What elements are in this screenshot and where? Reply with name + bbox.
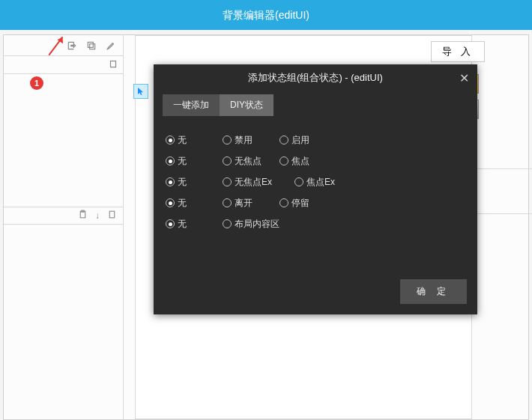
page-icon[interactable] (107, 210, 117, 222)
radio-none-1[interactable]: 无 (166, 155, 223, 168)
radio-enabled[interactable]: 启用 (279, 134, 336, 147)
add-state-group-dialog: 添加状态组(组合状态) - (editUI) ✕ 一键添加 DIY状态 无 禁用… (154, 64, 477, 314)
import-button[interactable]: 导 入 (431, 41, 485, 62)
radio-row-1: 无 无焦点 焦点 (166, 150, 465, 171)
svg-rect-1 (88, 42, 93, 47)
radio-none-2[interactable]: 无 (166, 176, 223, 189)
close-icon[interactable]: ✕ (456, 70, 471, 85)
dialog-footer: 确 定 (154, 272, 477, 314)
radio-none-0[interactable]: 无 (166, 134, 223, 147)
brush-icon[interactable] (105, 40, 117, 52)
radio-nofocus-ex[interactable]: 无焦点Ex (223, 176, 294, 189)
radio-layout-content[interactable]: 布局内容区 (223, 218, 294, 231)
dialog-title-bar: 添加状态组(组合状态) - (editUI) ✕ (154, 64, 477, 91)
svg-rect-5 (109, 211, 115, 218)
left-toolbar-2 (4, 56, 123, 74)
annotation-badge-1: 1 (30, 76, 43, 90)
radio-leave[interactable]: 离开 (223, 197, 279, 210)
dialog-tabs: 一键添加 DIY状态 (154, 91, 477, 116)
tab-onekey[interactable]: 一键添加 (163, 94, 220, 116)
ok-button[interactable]: 确 定 (400, 279, 467, 304)
radio-row-4: 无 布局内容区 (166, 213, 465, 234)
arrow-down-icon[interactable]: ↓ (95, 210, 100, 221)
radio-focus-ex[interactable]: 焦点Ex (294, 176, 351, 189)
left-panel: ↓ (4, 35, 124, 419)
cursor-tool-indicator[interactable] (133, 84, 148, 99)
copy-icon[interactable] (85, 40, 97, 52)
app-title-bar: 背景编辑器(editUI) (0, 0, 532, 30)
radio-none-4[interactable]: 无 (166, 218, 223, 231)
svg-rect-0 (90, 43, 95, 49)
radio-none-3[interactable]: 无 (166, 197, 223, 210)
dialog-title: 添加状态组(组合状态) - (editUI) (248, 71, 383, 85)
radio-row-0: 无 禁用 启用 (166, 130, 465, 150)
paste-icon[interactable] (78, 210, 88, 222)
app-title: 背景编辑器(editUI) (223, 9, 309, 21)
svg-rect-2 (111, 61, 116, 67)
radio-disabled[interactable]: 禁用 (223, 134, 279, 147)
radio-stay[interactable]: 停留 (279, 197, 336, 210)
duplicate-icon[interactable] (108, 58, 118, 72)
radio-grid: 无 禁用 启用 无 无焦点 焦点 无 无焦点Ex 焦点Ex 无 离开 停留 无 … (154, 116, 477, 272)
radio-row-2: 无 无焦点Ex 焦点Ex (166, 171, 465, 192)
tab-diy[interactable]: DIY状态 (220, 94, 273, 116)
left-toolbar-3: ↓ (4, 207, 123, 225)
radio-row-3: 无 离开 停留 (166, 192, 465, 213)
radio-nofocus[interactable]: 无焦点 (223, 155, 279, 168)
radio-focus[interactable]: 焦点 (279, 155, 336, 168)
